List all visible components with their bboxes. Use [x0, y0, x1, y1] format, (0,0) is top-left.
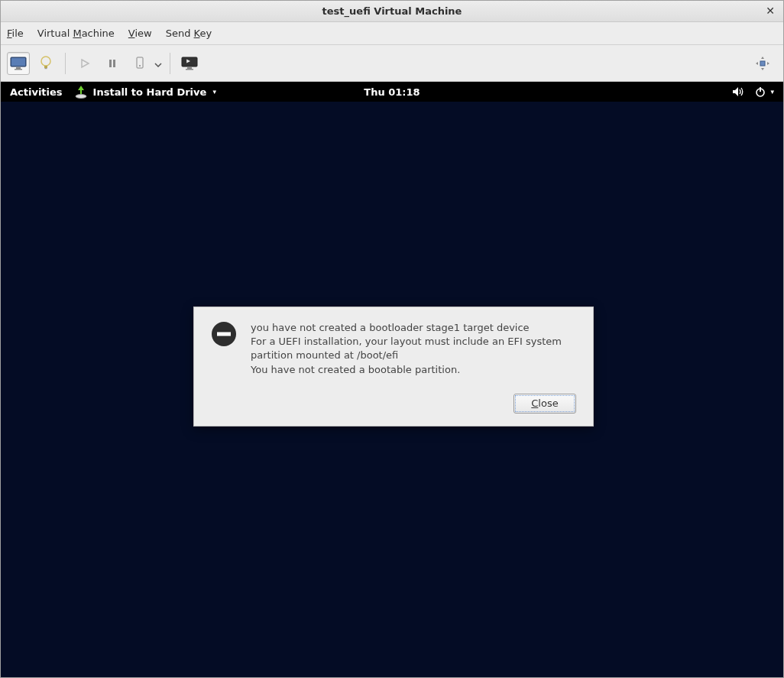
power-menu[interactable]: ▾ — [755, 86, 774, 97]
run-button[interactable] — [73, 52, 96, 75]
app-menu[interactable]: Install to Hard Drive ▾ — [73, 84, 216, 99]
svg-rect-7 — [113, 60, 115, 67]
dialog-line-2: For a UEFI installation, your layout mus… — [251, 335, 576, 362]
monitor-icon — [10, 57, 27, 70]
lightbulb-icon — [40, 56, 52, 71]
dialog-line-1: you have not created a bootloader stage1… — [251, 321, 576, 335]
menu-send-key[interactable]: Send Key — [166, 28, 212, 39]
svg-rect-2 — [16, 67, 21, 69]
volume-icon[interactable] — [732, 86, 744, 97]
toolbar-separator — [65, 53, 66, 74]
install-icon — [73, 84, 89, 99]
window-title: test_uefi Virtual Machine — [322, 5, 462, 17]
svg-rect-1 — [11, 58, 25, 66]
guest-display[interactable]: Activities Install to Hard Drive ▾ Thu 0… — [1, 82, 783, 677]
app-menu-label: Install to Hard Drive — [93, 86, 207, 98]
power-device-icon — [134, 57, 145, 70]
pause-icon — [107, 58, 118, 69]
menu-view[interactable]: View — [128, 28, 152, 39]
svg-point-14 — [76, 95, 86, 99]
dialog-text: you have not created a bootloader stage1… — [251, 321, 576, 377]
fullscreen-monitor-icon — [181, 57, 198, 70]
toolbar — [1, 45, 783, 82]
window-close-button[interactable]: ✕ — [763, 4, 777, 18]
close-icon: ✕ — [766, 5, 775, 17]
dialog-body: you have not created a bootloader stage1… — [211, 321, 576, 377]
gnome-top-right: ▾ — [732, 86, 774, 97]
shutdown-menu-button[interactable] — [128, 52, 162, 75]
toolbar-right — [751, 45, 774, 81]
error-icon — [211, 321, 237, 347]
error-dialog: you have not created a bootloader stage1… — [193, 307, 594, 427]
svg-rect-12 — [186, 69, 193, 70]
details-view-button[interactable] — [34, 52, 57, 75]
fullscreen-button[interactable] — [178, 52, 201, 75]
menubar: File Virtual Machine View Send Key — [1, 22, 783, 45]
svg-rect-18 — [217, 333, 231, 336]
dialog-line-3: You have not created a bootable partitio… — [251, 363, 576, 377]
svg-rect-11 — [187, 67, 192, 69]
titlebar: test_uefi Virtual Machine ✕ — [1, 1, 783, 22]
close-button[interactable]: Close — [513, 394, 576, 414]
send-key-button[interactable] — [751, 52, 774, 75]
vm-window: test_uefi Virtual Machine ✕ File Virtual… — [0, 0, 784, 678]
menu-virtual-machine[interactable]: Virtual Machine — [37, 28, 115, 39]
chevron-down-icon: ▾ — [770, 88, 774, 96]
svg-rect-6 — [109, 60, 112, 67]
chevron-down-icon — [154, 56, 162, 70]
dialog-actions: Close — [211, 394, 576, 414]
power-icon — [755, 86, 766, 97]
svg-rect-5 — [45, 68, 47, 69]
chevron-down-icon: ▾ — [212, 88, 216, 96]
svg-point-4 — [41, 57, 50, 66]
play-icon — [79, 58, 90, 69]
svg-point-9 — [139, 65, 141, 67]
menu-file[interactable]: File — [7, 28, 24, 39]
clock[interactable]: Thu 01:18 — [364, 86, 420, 98]
svg-rect-3 — [15, 69, 22, 70]
pause-button[interactable] — [101, 52, 124, 75]
gnome-top-left: Activities Install to Hard Drive ▾ — [1, 84, 216, 99]
activities-button[interactable]: Activities — [10, 86, 63, 98]
svg-rect-13 — [760, 61, 765, 66]
toolbar-separator-2 — [170, 53, 170, 74]
svg-rect-10 — [182, 57, 197, 67]
expand-icon — [755, 56, 770, 71]
shutdown-button[interactable] — [128, 52, 151, 75]
gnome-top-bar: Activities Install to Hard Drive ▾ Thu 0… — [1, 82, 783, 102]
menu-file-label: ile — [12, 28, 24, 39]
console-view-button[interactable] — [7, 52, 30, 75]
